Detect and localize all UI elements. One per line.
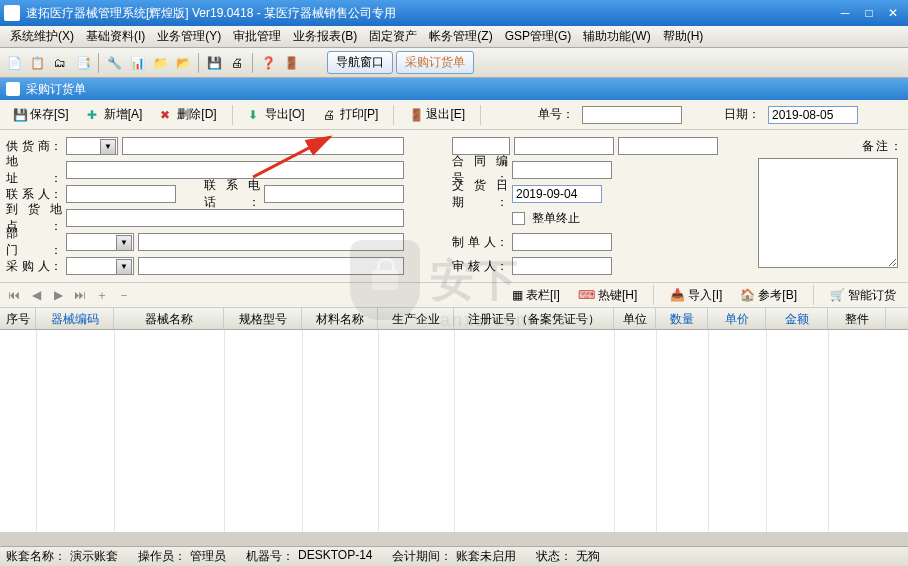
- hotkey-button[interactable]: ⌨热键[H]: [572, 285, 643, 306]
- buyer-input[interactable]: [138, 257, 404, 275]
- status-operator: 管理员: [190, 548, 226, 565]
- table-col-button[interactable]: ▦表栏[I]: [506, 285, 566, 306]
- delete-button[interactable]: ✖删除[D]: [153, 103, 223, 126]
- minimize-button[interactable]: ─: [834, 4, 856, 22]
- sub-icon: [6, 82, 20, 96]
- toolbar-icon-5[interactable]: 🔧: [104, 53, 124, 73]
- menu-aux[interactable]: 辅助功能(W): [577, 26, 656, 47]
- toolbar-icon-4[interactable]: 📑: [73, 53, 93, 73]
- nav-window-button[interactable]: 导航窗口: [327, 51, 393, 74]
- toolbar-icon-6[interactable]: 📊: [127, 53, 147, 73]
- status-period-label: 会计期间：: [392, 548, 452, 565]
- remark-label: 备注: [862, 138, 902, 155]
- col-material[interactable]: 材料名称: [302, 308, 378, 329]
- dept-input[interactable]: [138, 233, 404, 251]
- statusbar: 账套名称：演示账套 操作员：管理员 机器号：DESKTOP-14 会计期间：账套…: [0, 546, 908, 566]
- delivery-input[interactable]: [512, 185, 602, 203]
- menu-account[interactable]: 帐务管理(Z): [423, 26, 498, 47]
- col-name[interactable]: 器械名称: [114, 308, 224, 329]
- delivery-label: 交货日期: [452, 177, 508, 211]
- menu-gsp[interactable]: GSP管理(G): [499, 26, 578, 47]
- maker-input[interactable]: [512, 233, 612, 251]
- close-button[interactable]: ✕: [882, 4, 904, 22]
- reviewer-input[interactable]: [512, 257, 612, 275]
- save-button[interactable]: 💾保存[S]: [6, 103, 76, 126]
- sub-title: 采购订货单: [26, 81, 86, 98]
- status-period: 账套未启用: [456, 548, 516, 565]
- app-icon: [4, 5, 20, 21]
- menu-business[interactable]: 业务管理(Y): [151, 26, 227, 47]
- dept-combo[interactable]: [66, 233, 134, 251]
- menu-asset[interactable]: 固定资产: [363, 26, 423, 47]
- toolbar-icon-7[interactable]: 📁: [150, 53, 170, 73]
- status-state-label: 状态：: [536, 548, 572, 565]
- nav-prev-icon[interactable]: ◀: [28, 287, 44, 303]
- buyer-combo[interactable]: [66, 257, 134, 275]
- order-no-label: 单号：: [538, 106, 574, 123]
- remark-input[interactable]: [758, 158, 898, 268]
- whole-end-checkbox[interactable]: [512, 212, 525, 225]
- col-reg[interactable]: 注册证号（备案凭证号）: [454, 308, 614, 329]
- toolbar-icon-help[interactable]: ❓: [258, 53, 278, 73]
- supplier-input[interactable]: [122, 137, 404, 155]
- col-price[interactable]: 单价: [708, 308, 766, 329]
- toolbar-icon-3[interactable]: 🗂: [50, 53, 70, 73]
- purchase-order-button[interactable]: 采购订货单: [396, 51, 474, 74]
- toolbar-icon-1[interactable]: 📄: [4, 53, 24, 73]
- nav-first-icon[interactable]: ⏮: [6, 287, 22, 303]
- status-machine: DESKTOP-14: [298, 548, 372, 565]
- new-button[interactable]: ✚新增[A]: [80, 103, 150, 126]
- col-spec[interactable]: 规格型号: [224, 308, 302, 329]
- contact-input[interactable]: [66, 185, 176, 203]
- contract-input[interactable]: [512, 161, 612, 179]
- print-button[interactable]: 🖨打印[P]: [316, 103, 386, 126]
- menu-system[interactable]: 系统维护(X): [4, 26, 80, 47]
- menu-report[interactable]: 业务报表(B): [287, 26, 363, 47]
- address-label: 地 址: [6, 153, 62, 187]
- grid-body[interactable]: [0, 330, 908, 532]
- buyer-label: 采 购 人: [6, 258, 62, 275]
- col-mfr[interactable]: 生产企业: [378, 308, 454, 329]
- col-amount[interactable]: 金额: [766, 308, 828, 329]
- phone-input[interactable]: [264, 185, 404, 203]
- col-seq[interactable]: 序号: [0, 308, 36, 329]
- import-button[interactable]: 📥导入[I]: [664, 285, 728, 306]
- arrival-input[interactable]: [66, 209, 404, 227]
- export-button[interactable]: ⬇导出[O]: [241, 103, 312, 126]
- col-qty[interactable]: 数量: [656, 308, 708, 329]
- exit-button[interactable]: 🚪退出[E]: [402, 103, 472, 126]
- dept-label: 部 门: [6, 225, 62, 259]
- toolbar-icon-save[interactable]: 💾: [204, 53, 224, 73]
- action-bar: 💾保存[S] ✚新增[A] ✖删除[D] ⬇导出[O] 🖨打印[P] 🚪退出[E…: [0, 100, 908, 130]
- nav-next-icon[interactable]: ▶: [50, 287, 66, 303]
- sub-titlebar: 采购订货单: [0, 78, 908, 100]
- toolbar-icon-exit[interactable]: 🚪: [281, 53, 301, 73]
- contact-label: 联 系 人: [6, 186, 62, 203]
- col-code[interactable]: 器械编码: [36, 308, 114, 329]
- maximize-button[interactable]: □: [858, 4, 880, 22]
- col-whole[interactable]: 整件: [828, 308, 886, 329]
- nav-add-icon[interactable]: ＋: [94, 287, 110, 303]
- field-b[interactable]: [514, 137, 614, 155]
- reference-button[interactable]: 🏠参考[B]: [734, 285, 803, 306]
- status-account: 演示账套: [70, 548, 118, 565]
- supplier-combo[interactable]: [66, 137, 118, 155]
- nav-del-icon[interactable]: －: [116, 287, 132, 303]
- col-unit[interactable]: 单位: [614, 308, 656, 329]
- menu-approve[interactable]: 审批管理: [227, 26, 287, 47]
- smart-order-button[interactable]: 🛒智能订货: [824, 285, 902, 306]
- field-c[interactable]: [618, 137, 718, 155]
- reviewer-label: 审 核 人: [452, 258, 508, 275]
- toolbar-icon-print[interactable]: 🖨: [227, 53, 247, 73]
- window-title: 速拓医疗器械管理系统[辉煌版] Ver19.0418 - 某医疗器械销售公司专用: [26, 5, 832, 22]
- nav-last-icon[interactable]: ⏭: [72, 287, 88, 303]
- menu-basic[interactable]: 基础资料(I): [80, 26, 151, 47]
- menu-help[interactable]: 帮助(H): [657, 26, 710, 47]
- main-toolbar: 📄 📋 🗂 📑 🔧 📊 📁 📂 💾 🖨 ❓ 🚪 导航窗口 采购订货单: [0, 48, 908, 78]
- status-account-label: 账套名称：: [6, 548, 66, 565]
- toolbar-icon-8[interactable]: 📂: [173, 53, 193, 73]
- status-state: 无狗: [576, 548, 600, 565]
- toolbar-icon-2[interactable]: 📋: [27, 53, 47, 73]
- order-no-input[interactable]: [582, 106, 682, 124]
- date-input[interactable]: [768, 106, 858, 124]
